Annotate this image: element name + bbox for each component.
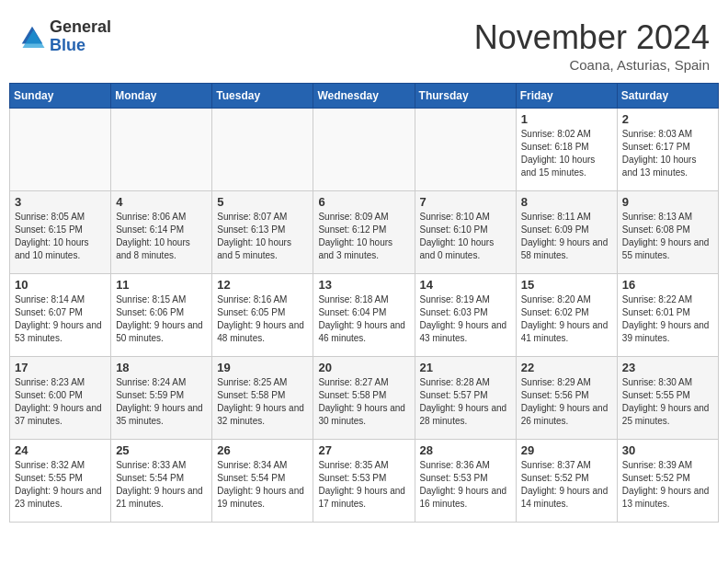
calendar-cell: 12Sunrise: 8:16 AM Sunset: 6:05 PM Dayli… bbox=[212, 274, 313, 357]
weekday-header-row: SundayMondayTuesdayWednesdayThursdayFrid… bbox=[10, 84, 719, 109]
day-number: 3 bbox=[15, 195, 106, 209]
day-number: 7 bbox=[420, 195, 511, 209]
calendar-cell: 26Sunrise: 8:34 AM Sunset: 5:54 PM Dayli… bbox=[212, 440, 313, 523]
day-info: Sunrise: 8:24 AM Sunset: 5:59 PM Dayligh… bbox=[116, 376, 207, 428]
calendar-cell: 15Sunrise: 8:20 AM Sunset: 6:02 PM Dayli… bbox=[516, 274, 617, 357]
day-info: Sunrise: 8:39 AM Sunset: 5:52 PM Dayligh… bbox=[622, 459, 713, 511]
calendar-cell: 11Sunrise: 8:15 AM Sunset: 6:06 PM Dayli… bbox=[111, 274, 212, 357]
day-number: 15 bbox=[521, 278, 612, 292]
day-info: Sunrise: 8:19 AM Sunset: 6:03 PM Dayligh… bbox=[420, 293, 511, 345]
day-number: 21 bbox=[420, 361, 511, 374]
day-number: 4 bbox=[116, 195, 207, 209]
calendar-cell: 7Sunrise: 8:10 AM Sunset: 6:10 PM Daylig… bbox=[415, 191, 516, 274]
calendar-cell: 30Sunrise: 8:39 AM Sunset: 5:52 PM Dayli… bbox=[617, 440, 718, 523]
day-number: 1 bbox=[521, 112, 612, 126]
day-number: 8 bbox=[521, 195, 612, 209]
day-number: 10 bbox=[15, 278, 106, 292]
calendar-cell: 4Sunrise: 8:06 AM Sunset: 6:14 PM Daylig… bbox=[111, 191, 212, 274]
calendar-cell: 6Sunrise: 8:09 AM Sunset: 6:12 PM Daylig… bbox=[313, 191, 415, 274]
day-number: 13 bbox=[318, 278, 409, 292]
day-info: Sunrise: 8:37 AM Sunset: 5:52 PM Dayligh… bbox=[521, 459, 612, 511]
day-number: 24 bbox=[15, 443, 106, 457]
calendar-week-row: 3Sunrise: 8:05 AM Sunset: 6:15 PM Daylig… bbox=[10, 191, 719, 274]
calendar-cell: 23Sunrise: 8:30 AM Sunset: 5:55 PM Dayli… bbox=[617, 357, 718, 440]
calendar-cell: 1Sunrise: 8:02 AM Sunset: 6:18 PM Daylig… bbox=[516, 109, 617, 191]
location: Coana, Asturias, Spain bbox=[474, 57, 710, 73]
weekday-header: Saturday bbox=[617, 84, 718, 109]
day-number: 22 bbox=[521, 361, 612, 374]
calendar-week-row: 17Sunrise: 8:23 AM Sunset: 6:00 PM Dayli… bbox=[10, 357, 719, 440]
day-number: 2 bbox=[622, 112, 713, 126]
calendar-cell: 10Sunrise: 8:14 AM Sunset: 6:07 PM Dayli… bbox=[10, 274, 111, 357]
calendar-cell: 22Sunrise: 8:29 AM Sunset: 5:56 PM Dayli… bbox=[516, 357, 617, 440]
day-number: 23 bbox=[622, 361, 713, 374]
day-number: 20 bbox=[318, 361, 409, 374]
weekday-header: Friday bbox=[516, 84, 617, 109]
day-number: 14 bbox=[420, 278, 511, 292]
day-info: Sunrise: 8:11 AM Sunset: 6:09 PM Dayligh… bbox=[521, 211, 612, 262]
calendar-cell bbox=[212, 109, 313, 191]
logo-icon bbox=[18, 23, 46, 51]
day-info: Sunrise: 8:06 AM Sunset: 6:14 PM Dayligh… bbox=[116, 211, 207, 262]
month-title: November 2024 bbox=[474, 18, 710, 57]
weekday-header: Thursday bbox=[415, 84, 516, 109]
day-info: Sunrise: 8:16 AM Sunset: 6:05 PM Dayligh… bbox=[217, 293, 308, 345]
calendar-cell: 2Sunrise: 8:03 AM Sunset: 6:17 PM Daylig… bbox=[617, 109, 718, 191]
day-number: 25 bbox=[116, 443, 207, 457]
day-info: Sunrise: 8:09 AM Sunset: 6:12 PM Dayligh… bbox=[318, 211, 409, 262]
day-info: Sunrise: 8:34 AM Sunset: 5:54 PM Dayligh… bbox=[217, 459, 308, 511]
day-number: 6 bbox=[318, 195, 409, 209]
calendar-week-row: 24Sunrise: 8:32 AM Sunset: 5:55 PM Dayli… bbox=[10, 440, 719, 523]
day-info: Sunrise: 8:14 AM Sunset: 6:07 PM Dayligh… bbox=[15, 293, 106, 345]
calendar-cell: 16Sunrise: 8:22 AM Sunset: 6:01 PM Dayli… bbox=[617, 274, 718, 357]
logo-text: General Blue bbox=[50, 18, 111, 55]
calendar-cell: 28Sunrise: 8:36 AM Sunset: 5:53 PM Dayli… bbox=[415, 440, 516, 523]
calendar-cell: 13Sunrise: 8:18 AM Sunset: 6:04 PM Dayli… bbox=[313, 274, 415, 357]
day-number: 9 bbox=[622, 195, 713, 209]
calendar-cell bbox=[415, 109, 516, 191]
day-info: Sunrise: 8:10 AM Sunset: 6:10 PM Dayligh… bbox=[420, 211, 511, 262]
day-number: 30 bbox=[622, 443, 713, 457]
weekday-header: Sunday bbox=[10, 84, 111, 109]
day-number: 17 bbox=[15, 361, 106, 374]
day-info: Sunrise: 8:27 AM Sunset: 5:58 PM Dayligh… bbox=[318, 376, 409, 428]
day-info: Sunrise: 8:33 AM Sunset: 5:54 PM Dayligh… bbox=[116, 459, 207, 511]
calendar-cell bbox=[10, 109, 111, 191]
day-info: Sunrise: 8:25 AM Sunset: 5:58 PM Dayligh… bbox=[217, 376, 308, 428]
calendar-week-row: 10Sunrise: 8:14 AM Sunset: 6:07 PM Dayli… bbox=[10, 274, 719, 357]
day-number: 5 bbox=[217, 195, 308, 209]
day-number: 11 bbox=[116, 278, 207, 292]
calendar-cell bbox=[313, 109, 415, 191]
day-number: 26 bbox=[217, 443, 308, 457]
day-info: Sunrise: 8:02 AM Sunset: 6:18 PM Dayligh… bbox=[521, 128, 612, 179]
calendar-cell: 21Sunrise: 8:28 AM Sunset: 5:57 PM Dayli… bbox=[415, 357, 516, 440]
day-info: Sunrise: 8:22 AM Sunset: 6:01 PM Dayligh… bbox=[622, 293, 713, 345]
day-info: Sunrise: 8:05 AM Sunset: 6:15 PM Dayligh… bbox=[15, 211, 106, 262]
day-info: Sunrise: 8:30 AM Sunset: 5:55 PM Dayligh… bbox=[622, 376, 713, 428]
day-info: Sunrise: 8:23 AM Sunset: 6:00 PM Dayligh… bbox=[15, 376, 106, 428]
day-number: 18 bbox=[116, 361, 207, 374]
calendar-cell: 20Sunrise: 8:27 AM Sunset: 5:58 PM Dayli… bbox=[313, 357, 415, 440]
calendar-week-row: 1Sunrise: 8:02 AM Sunset: 6:18 PM Daylig… bbox=[10, 109, 719, 191]
day-number: 28 bbox=[420, 443, 511, 457]
calendar-cell: 25Sunrise: 8:33 AM Sunset: 5:54 PM Dayli… bbox=[111, 440, 212, 523]
day-number: 29 bbox=[521, 443, 612, 457]
day-number: 19 bbox=[217, 361, 308, 374]
calendar-cell: 29Sunrise: 8:37 AM Sunset: 5:52 PM Dayli… bbox=[516, 440, 617, 523]
day-info: Sunrise: 8:36 AM Sunset: 5:53 PM Dayligh… bbox=[420, 459, 511, 511]
day-info: Sunrise: 8:13 AM Sunset: 6:08 PM Dayligh… bbox=[622, 211, 713, 262]
day-number: 12 bbox=[217, 278, 308, 292]
weekday-header: Tuesday bbox=[212, 84, 313, 109]
page-header: General Blue November 2024 Coana, Asturi… bbox=[9, 9, 719, 77]
day-info: Sunrise: 8:15 AM Sunset: 6:06 PM Dayligh… bbox=[116, 293, 207, 345]
calendar-cell: 5Sunrise: 8:07 AM Sunset: 6:13 PM Daylig… bbox=[212, 191, 313, 274]
calendar-cell: 24Sunrise: 8:32 AM Sunset: 5:55 PM Dayli… bbox=[10, 440, 111, 523]
day-info: Sunrise: 8:28 AM Sunset: 5:57 PM Dayligh… bbox=[420, 376, 511, 428]
calendar-cell: 8Sunrise: 8:11 AM Sunset: 6:09 PM Daylig… bbox=[516, 191, 617, 274]
weekday-header: Monday bbox=[111, 84, 212, 109]
day-info: Sunrise: 8:29 AM Sunset: 5:56 PM Dayligh… bbox=[521, 376, 612, 428]
day-number: 27 bbox=[318, 443, 409, 457]
calendar-table: SundayMondayTuesdayWednesdayThursdayFrid… bbox=[9, 83, 719, 523]
calendar-cell: 14Sunrise: 8:19 AM Sunset: 6:03 PM Dayli… bbox=[415, 274, 516, 357]
calendar-cell: 3Sunrise: 8:05 AM Sunset: 6:15 PM Daylig… bbox=[10, 191, 111, 274]
